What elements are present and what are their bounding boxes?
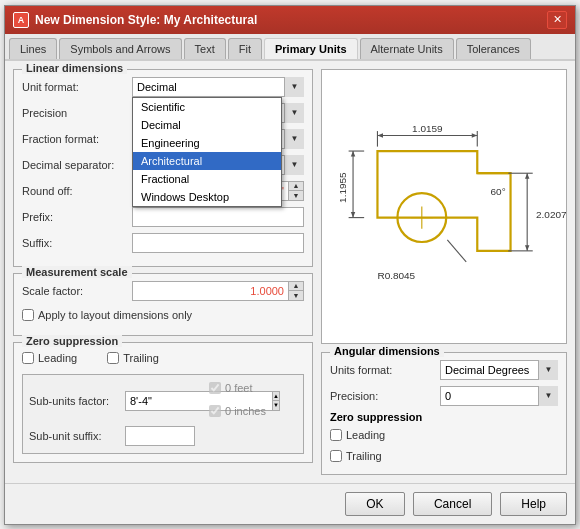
unit-format-row: Unit format: ▼ Scientific Decimal Engine… — [22, 76, 304, 98]
angular-precision-row: Precision: ▼ — [330, 385, 558, 407]
angular-leading-row: Leading — [330, 426, 558, 444]
zero-feet-checkbox[interactable] — [209, 382, 221, 394]
left-panel: Linear dimensions Unit format: ▼ Scienti… — [13, 69, 313, 475]
linear-group-label: Linear dimensions — [22, 62, 127, 74]
sub-unit-suffix-input[interactable] — [125, 426, 195, 446]
suffix-input[interactable] — [132, 233, 304, 253]
angular-leading-label: Leading — [346, 429, 385, 441]
prefix-input[interactable] — [132, 207, 304, 227]
sub-unit-suffix-row: Sub-unit suffix: — [29, 426, 297, 446]
leading-checkbox[interactable] — [22, 352, 34, 364]
measurement-group-label: Measurement scale — [22, 266, 132, 278]
tab-alternate-units[interactable]: Alternate Units — [360, 38, 454, 59]
cancel-button[interactable]: Cancel — [413, 492, 492, 516]
scale-factor-label: Scale factor: — [22, 285, 132, 297]
unit-format-dropdown-wrapper: ▼ — [132, 77, 304, 97]
scale-factor-row: Scale factor: ▲ ▼ — [22, 280, 304, 302]
angular-precision-control: ▼ — [440, 386, 558, 406]
zero-inches-row: 0 inches — [209, 402, 266, 420]
measurement-group: Measurement scale Scale factor: ▲ ▼ — [13, 273, 313, 336]
sub-unit-factor-row: Sub-units factor: ▲ ▼ 0 feet — [29, 379, 297, 423]
svg-text:R0.8045: R0.8045 — [377, 269, 415, 280]
scale-factor-spinbox: ▲ ▼ — [132, 281, 304, 301]
angular-zero-sup-label: Zero suppression — [330, 411, 558, 423]
trailing-checkbox[interactable] — [107, 352, 119, 364]
angular-section: Angular dimensions Units format: ▼ Preci… — [321, 352, 567, 475]
decimal-sep-label: Decimal separator: — [22, 159, 132, 171]
ok-button[interactable]: OK — [345, 492, 405, 516]
option-windows-desktop[interactable]: Windows Desktop — [133, 188, 281, 206]
sub-unit-factor-label: Sub-units factor: — [29, 395, 119, 407]
scale-factor-down[interactable]: ▼ — [289, 291, 303, 300]
zero-feet-row: 0 feet — [209, 379, 266, 397]
sub-unit-factor-spinbox: ▲ ▼ — [125, 391, 195, 411]
angular-precision-dropdown-wrapper: ▼ — [440, 386, 558, 406]
tab-tolerances[interactable]: Tolerances — [456, 38, 531, 59]
angular-units-input[interactable] — [440, 360, 558, 380]
angular-leading-checkbox[interactable] — [330, 429, 342, 441]
angular-precision-label: Precision: — [330, 390, 440, 402]
fraction-format-label: Fraction format: — [22, 133, 132, 145]
svg-text:60°: 60° — [491, 186, 506, 197]
sub-unit-box: Sub-units factor: ▲ ▼ 0 feet — [22, 374, 304, 454]
angular-units-control: ▼ — [440, 360, 558, 380]
sub-unit-suffix-label: Sub-unit suffix: — [29, 430, 119, 442]
scale-factor-input[interactable] — [132, 281, 288, 301]
tab-bar: Lines Symbols and Arrows Text Fit Primar… — [5, 34, 575, 61]
apply-layout-checkbox[interactable] — [22, 309, 34, 321]
zero-inches-label: 0 inches — [225, 405, 266, 417]
prefix-row: Prefix: — [22, 206, 304, 228]
prefix-label: Prefix: — [22, 211, 132, 223]
tab-primary-units[interactable]: Primary Units — [264, 38, 358, 59]
tab-text[interactable]: Text — [184, 38, 226, 59]
title-bar: A New Dimension Style: My Architectural … — [5, 6, 575, 34]
tab-lines[interactable]: Lines — [9, 38, 57, 59]
scale-factor-up[interactable]: ▲ — [289, 282, 303, 292]
preview-box: 1.0159 1.1955 2.0207 — [321, 69, 567, 344]
svg-text:1.1955: 1.1955 — [337, 171, 348, 202]
suffix-row: Suffix: — [22, 232, 304, 254]
option-decimal[interactable]: Decimal — [133, 116, 281, 134]
svg-text:2.0207: 2.0207 — [536, 208, 566, 219]
round-off-spin-buttons: ▲ ▼ — [288, 181, 304, 201]
leading-label: Leading — [38, 352, 77, 364]
title-bar-left: A New Dimension Style: My Architectural — [13, 12, 257, 28]
round-off-down[interactable]: ▼ — [289, 191, 303, 200]
zero-sup-top: Leading Trailing — [22, 349, 304, 370]
unit-format-dropdown-popup[interactable]: Scientific Decimal Engineering Architect… — [132, 97, 282, 207]
window-title: New Dimension Style: My Architectural — [35, 13, 257, 27]
angular-trailing-checkbox[interactable] — [330, 450, 342, 462]
option-fractional[interactable]: Fractional — [133, 170, 281, 188]
option-scientific[interactable]: Scientific — [133, 98, 281, 116]
trailing-label: Trailing — [123, 352, 159, 364]
main-content: Linear dimensions Unit format: ▼ Scienti… — [5, 61, 575, 483]
sub-unit-factor-down[interactable]: ▼ — [273, 401, 279, 410]
trailing-row: Trailing — [107, 349, 159, 367]
angular-trailing-row: Trailing — [330, 447, 558, 465]
right-panel: 1.0159 1.1955 2.0207 — [321, 69, 567, 475]
angular-trailing-label: Trailing — [346, 450, 382, 462]
preview-svg: 1.0159 1.1955 2.0207 — [322, 70, 566, 343]
suffix-control — [132, 233, 304, 253]
angular-group-label: Angular dimensions — [330, 345, 444, 357]
bottom-bar: OK Cancel Help — [5, 483, 575, 524]
tab-symbols[interactable]: Symbols and Arrows — [59, 38, 181, 59]
sub-unit-factor-up[interactable]: ▲ — [273, 392, 279, 402]
round-off-up[interactable]: ▲ — [289, 182, 303, 192]
help-button[interactable]: Help — [500, 492, 567, 516]
option-engineering[interactable]: Engineering — [133, 134, 281, 152]
zero-feet-label: 0 feet — [225, 382, 253, 394]
angular-precision-input[interactable] — [440, 386, 558, 406]
linear-group: Linear dimensions Unit format: ▼ Scienti… — [13, 69, 313, 267]
unit-format-label: Unit format: — [22, 81, 132, 93]
prefix-control — [132, 207, 304, 227]
option-architectural[interactable]: Architectural — [133, 152, 281, 170]
app-icon: A — [13, 12, 29, 28]
close-button[interactable]: ✕ — [547, 11, 567, 29]
feet-inches-checks: 0 feet 0 inches — [209, 379, 266, 423]
tab-fit[interactable]: Fit — [228, 38, 262, 59]
angular-zero-sup: Zero suppression Leading Trailing — [330, 411, 558, 465]
zero-inches-checkbox[interactable] — [209, 405, 221, 417]
angular-units-dropdown-wrapper: ▼ — [440, 360, 558, 380]
unit-format-input[interactable] — [132, 77, 304, 97]
